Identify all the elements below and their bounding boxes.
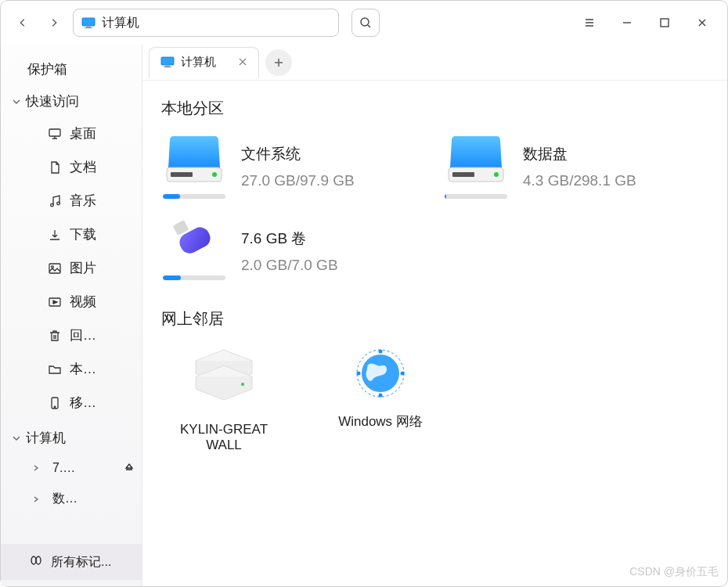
svg-rect-26 (452, 172, 474, 177)
svg-rect-0 (82, 18, 95, 26)
titlebar: 计算机 (1, 1, 727, 45)
sidebar-group-computer[interactable]: 计算机 (1, 423, 142, 453)
menu-button[interactable] (574, 10, 605, 35)
tab-label: 计算机 (181, 55, 216, 70)
svg-point-7 (57, 202, 60, 205)
sidebar-item-documents[interactable]: 文档 (1, 150, 142, 184)
sidebar-item-downloads[interactable]: 下载 (1, 218, 142, 251)
section-network: 网上邻居 (161, 308, 708, 330)
document-icon (48, 160, 62, 175)
network-label: Windows 网络 (338, 412, 423, 430)
sidebar-item-videos[interactable]: 视频 (1, 285, 142, 319)
svg-point-36 (379, 394, 383, 398)
svg-rect-28 (173, 220, 189, 236)
svg-rect-8 (49, 264, 60, 273)
svg-point-12 (54, 406, 56, 408)
svg-point-6 (51, 203, 54, 207)
music-icon (48, 194, 62, 208)
drive-name: 7.6 GB 卷 (241, 229, 338, 249)
drive-usage: 2.0 GB/7.0 GB (241, 257, 338, 274)
chevron-right-icon (32, 495, 40, 503)
svg-rect-2 (85, 27, 92, 28)
drive-usage: 27.0 GB/97.9 GB (241, 172, 355, 189)
svg-point-24 (212, 172, 217, 177)
sidebar-item-trash[interactable]: 回… (1, 319, 142, 352)
image-icon (48, 261, 62, 275)
svg-point-30 (241, 383, 244, 386)
address-bar[interactable]: 计算机 (73, 9, 339, 37)
computer-icon (81, 17, 96, 29)
sidebar-item-desktop[interactable]: 桌面 (1, 117, 142, 150)
address-text: 计算机 (102, 15, 139, 31)
network-label: KYLIN-GREAT WALL (180, 422, 268, 453)
close-button[interactable] (687, 10, 718, 35)
svg-point-17 (31, 556, 36, 564)
svg-rect-23 (171, 172, 193, 177)
desktop-icon (48, 127, 62, 141)
sidebar: 保护箱 快速访问 桌面 文档 音乐 下载 图片 视频 回… 本… 移… (1, 45, 142, 586)
search-button[interactable] (351, 9, 380, 37)
computer-icon (160, 56, 175, 68)
content-area: 本地分区 文件系统27.0 GB/97.9 GB数据盘4.3 GB/298.1 … (142, 81, 727, 586)
file-manager-window: 计算机 保护箱 快速访问 桌面 文档 (0, 0, 728, 587)
tab-bar: 计算机 (142, 45, 727, 81)
eject-icon[interactable] (124, 461, 134, 475)
svg-point-18 (36, 556, 41, 564)
svg-rect-1 (86, 27, 91, 27)
tab-close-button[interactable] (238, 56, 247, 69)
download-icon (48, 228, 62, 242)
section-local-partitions: 本地分区 (161, 98, 708, 119)
svg-rect-20 (165, 66, 170, 67)
sidebar-group-label: 计算机 (26, 429, 66, 447)
watermark: CSDN @身价五毛 (629, 565, 719, 579)
tab-add-button[interactable] (265, 49, 292, 76)
sidebar-item-local[interactable]: 本… (1, 352, 142, 386)
drive-grid: 文件系统27.0 GB/97.9 GB数据盘4.3 GB/298.1 GB7.6… (161, 133, 708, 280)
sidebar-item-mobile[interactable]: 移… (1, 386, 142, 420)
maximize-button[interactable] (649, 10, 680, 35)
network-item[interactable]: KYLIN-GREAT WALL (161, 344, 287, 453)
svg-point-3 (361, 18, 369, 26)
sidebar-item-music[interactable]: 音乐 (1, 184, 142, 218)
main-panel: 计算机 本地分区 文件系统27.0 GB/97.9 GB数据盘4.3 GB/29… (142, 45, 727, 586)
minimize-button[interactable] (611, 10, 643, 35)
svg-rect-21 (164, 67, 171, 67)
sidebar-group-label: 快速访问 (26, 92, 79, 110)
forward-button[interactable] (41, 10, 67, 35)
tab-computer[interactable]: 计算机 (149, 47, 259, 78)
svg-rect-19 (161, 57, 174, 65)
usage-bar (163, 275, 225, 280)
chevron-right-icon (32, 464, 40, 472)
trash-icon (48, 329, 62, 343)
svg-rect-5 (49, 129, 60, 136)
chevron-down-icon (12, 97, 21, 106)
svg-point-35 (379, 350, 383, 354)
svg-point-27 (494, 172, 499, 177)
drive-usage: 4.3 GB/298.1 GB (523, 172, 636, 189)
sidebar-protect-box[interactable]: 保护箱 (1, 52, 142, 86)
sidebar-item-data-disk[interactable]: 数… (1, 483, 142, 515)
folder-icon (48, 362, 62, 376)
svg-point-9 (52, 265, 54, 268)
tag-icon (29, 553, 43, 571)
phone-icon (48, 396, 62, 410)
video-icon (48, 295, 62, 309)
drive-item[interactable]: 数据盘4.3 GB/298.1 GB (443, 133, 694, 199)
sidebar-item-pictures[interactable]: 图片 (1, 251, 142, 285)
drive-item[interactable]: 7.6 GB 卷2.0 GB/7.0 GB (161, 218, 412, 280)
drive-item[interactable]: 文件系统27.0 GB/97.9 GB (161, 133, 412, 199)
network-grid: KYLIN-GREAT WALLWindows 网络 (161, 344, 708, 453)
chevron-down-icon (12, 434, 21, 443)
usage-bar (163, 194, 225, 199)
network-item[interactable]: Windows 网络 (318, 344, 443, 453)
back-button[interactable] (10, 10, 35, 35)
svg-point-33 (357, 372, 361, 376)
drive-name: 文件系统 (241, 144, 355, 164)
sidebar-item-volume[interactable]: 7.… (1, 453, 142, 483)
sidebar-group-quick-access[interactable]: 快速访问 (1, 86, 142, 117)
usage-bar (445, 194, 507, 199)
svg-rect-4 (661, 19, 669, 27)
sidebar-all-tags[interactable]: 所有标记... (1, 544, 142, 580)
svg-point-34 (401, 372, 405, 376)
drive-name: 数据盘 (523, 144, 636, 164)
